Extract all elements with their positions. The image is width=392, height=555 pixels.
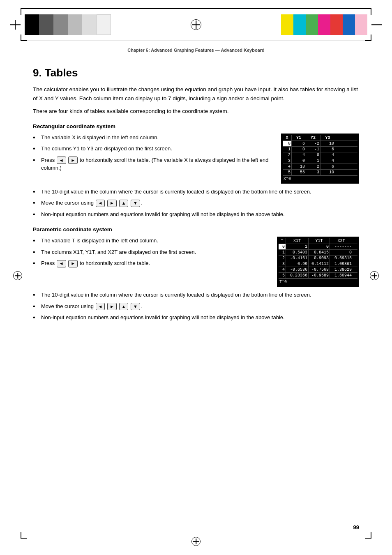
screen-data-row-0: 0 6 -2 10 <box>283 141 357 147</box>
param-bullet-4: • The 10-digit value in the column where… <box>33 291 359 299</box>
param-calc-screen: T X1T Y1T X2T 0 1 0 ------- 1 <box>277 237 359 287</box>
bar-lightgray <box>68 14 82 35</box>
param-row-5: 5 0.28366 -0.9589 1.60944 <box>279 273 357 279</box>
bar-verylight <box>82 14 97 35</box>
rect-subsection-title: Rectangular coordinate system <box>33 123 359 129</box>
header-area <box>25 8 367 41</box>
key-left-4[interactable]: ◄ <box>96 303 105 310</box>
rect-screen: X Y1 Y2 Y3 0 6 -2 10 1 0 <box>281 134 359 184</box>
right-color-bars <box>281 14 367 35</box>
brm-v <box>196 539 196 544</box>
key-left-3[interactable]: ◄ <box>57 260 66 267</box>
key-left-2[interactable]: ◄ <box>96 200 105 207</box>
param-row-3: 3 -0.99 0.14112 1.09861 <box>279 261 357 267</box>
key-right-1[interactable]: ► <box>68 157 78 164</box>
page-number: 99 <box>353 524 359 530</box>
bar-yellow <box>281 14 293 35</box>
bar-pink <box>355 14 367 35</box>
rect-bullet-section: • The variable X is displayed in the lef… <box>33 134 359 184</box>
bottom-reg-mark <box>191 537 201 546</box>
rect-bullet-6: • Non-input equation numbers and equatio… <box>33 210 359 219</box>
key-right-3[interactable]: ► <box>68 260 78 267</box>
param-screen-footer: T=0 <box>279 279 357 285</box>
center-reg-mark <box>191 19 201 30</box>
rect-bullet-2: • The columns Y1 to Y3 are displayed on … <box>33 145 273 153</box>
intro-para-1: The calculator enables you to illustrate… <box>33 85 359 103</box>
bar-white <box>97 14 111 35</box>
param-bullet-3: • Press ◄ ► to horizontally scroll the t… <box>33 259 269 267</box>
chapter-header: Chapter 6: Advanced Graphing Features — … <box>25 44 367 55</box>
corner-bottom-left <box>21 532 27 539</box>
screen-data-row-2: 2 -4 0 4 <box>283 152 357 158</box>
bar-black <box>25 14 39 35</box>
main-content: 9. Tables The calculator enables you to … <box>0 55 392 341</box>
key-down-2[interactable]: ▼ <box>131 303 140 310</box>
bar-green <box>306 14 318 35</box>
bar-magenta <box>318 14 330 35</box>
bar-red <box>330 14 343 35</box>
screen-data-row-4: 4 18 2 6 <box>283 164 357 170</box>
key-up-1[interactable]: ▲ <box>119 200 129 207</box>
param-bullets: • The variable T is displayed in the lef… <box>33 237 269 287</box>
reg-circle <box>191 19 201 30</box>
binding-v2 <box>374 273 375 279</box>
bar-cyan <box>293 14 306 35</box>
key-left-1[interactable]: ◄ <box>57 157 66 164</box>
rect-screen-footer: X=0 <box>283 175 357 182</box>
screen-data-row-3: 3 0 1 4 <box>283 158 357 164</box>
section-title: 9. Tables <box>33 67 359 79</box>
key-down-1[interactable]: ▼ <box>131 200 140 207</box>
intro-para-2: There are four kinds of tables available… <box>33 107 359 116</box>
binding-circle-left <box>13 271 22 280</box>
param-row-0: 0 1 0 ------- <box>279 244 357 250</box>
header-content-row <box>25 8 367 41</box>
param-subsection-title: Parametric coordinate system <box>33 226 359 233</box>
param-bullet-2: • The columns X1T, Y1T, and X2T are disp… <box>33 248 269 256</box>
bar-darkgray <box>39 14 53 35</box>
param-screen: T X1T Y1T X2T 0 1 0 ------- 1 <box>277 237 359 287</box>
left-reg-line-h <box>10 24 21 25</box>
corner-tl <box>21 8 27 15</box>
header-top-line <box>25 8 367 9</box>
screen-header-row: X Y1 Y2 Y3 <box>283 135 357 141</box>
screen-data-row-5: 5 56 3 10 <box>283 170 357 175</box>
param-bullets-continued: • The 10-digit value in the column where… <box>33 291 359 322</box>
param-bullet-6: • Non-input equation numbers and equatio… <box>33 313 359 322</box>
screen-data-row-1: 1 0 -1 6 <box>283 147 357 152</box>
corner-tr <box>365 8 371 15</box>
bar-midgray <box>53 14 68 35</box>
binding-circle-right <box>370 271 379 280</box>
page: Chapter 6: Advanced Graphing Features — … <box>0 8 392 555</box>
left-color-bars <box>25 14 111 35</box>
header-bottom-line <box>25 41 367 41</box>
bar-blue <box>343 14 355 35</box>
param-screen-header-row: T X1T Y1T X2T <box>279 238 357 244</box>
param-bullet-1: • The variable T is displayed in the lef… <box>33 237 269 245</box>
rect-bullet-1: • The variable X is displayed in the lef… <box>33 134 273 142</box>
key-right-4[interactable]: ► <box>107 303 117 310</box>
param-row-1: 1 0.5403 0.8415 0 <box>279 250 357 256</box>
param-row-2: 2 -0.4161 0.9093 0.69315 <box>279 256 357 261</box>
rect-bullet-5: • Move the cursor using ◄ ► ▲ ▼. <box>33 199 359 207</box>
left-reg-line-v <box>15 20 16 30</box>
param-row-4: 4 -0.6536 -0.7568 1.38629 <box>279 267 357 273</box>
rect-bullet-4: • The 10-digit value in the column where… <box>33 188 359 196</box>
corner-bottom-right <box>365 532 371 539</box>
right-reg-line-v <box>377 20 378 30</box>
param-bullet-section: • The variable T is displayed in the lef… <box>33 237 359 287</box>
rect-bullets: • The variable X is displayed in the lef… <box>33 134 273 184</box>
rect-bullets-continued: • The 10-digit value in the column where… <box>33 188 359 219</box>
rect-calc-screen: X Y1 Y2 Y3 0 6 -2 10 1 0 <box>281 134 359 184</box>
key-up-2[interactable]: ▲ <box>119 303 129 310</box>
rect-bullet-3: • Press ◄ ► to horizontally scroll the t… <box>33 156 273 172</box>
binding-v <box>17 273 18 279</box>
key-right-2[interactable]: ► <box>107 200 117 207</box>
reg-v <box>196 21 196 29</box>
param-bullet-5: • Move the cursor using ◄ ► ▲ ▼. <box>33 302 359 311</box>
